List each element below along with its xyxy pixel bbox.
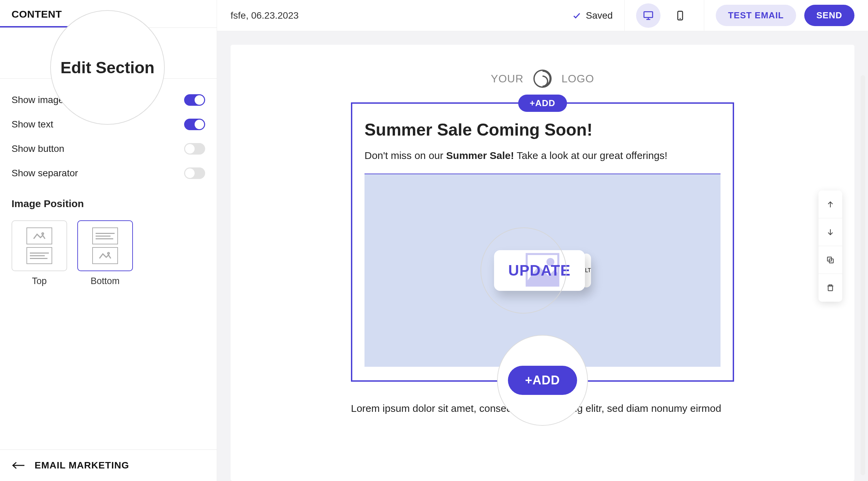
trash-icon [826, 283, 835, 292]
move-section-up-button[interactable] [818, 191, 842, 218]
saved-label: Saved [586, 10, 613, 21]
arrow-down-icon [826, 228, 835, 237]
tab-label: CONTENT [12, 8, 62, 20]
tab-content[interactable]: CONTENT [0, 0, 74, 27]
test-email-button[interactable]: TEST EMAIL [716, 5, 796, 26]
update-highlight [480, 227, 567, 314]
device-mobile-button[interactable] [668, 3, 692, 28]
logo-swirl-icon [532, 68, 553, 89]
logo-text-right: LOGO [561, 73, 594, 85]
body-post: Take a look at our great offerings! [514, 150, 668, 161]
toggle-label-show-separator: Show separator [12, 168, 78, 179]
section-title: Edit Section [60, 58, 154, 77]
toggle-label-show-button: Show button [12, 143, 64, 154]
main: fsfe, 06.23.2023 Saved TEST EMAIL SEND [217, 0, 868, 481]
scrollbar[interactable] [861, 75, 865, 475]
section-body[interactable]: Don't miss on our Summer Sale! Take a lo… [364, 150, 721, 161]
svg-rect-14 [828, 286, 833, 291]
text-lines-icon [92, 227, 118, 244]
email-canvas: YOUR LOGO +ADD Summer Sale Coming Soon! … [231, 45, 854, 481]
image-position-bottom[interactable] [77, 220, 133, 271]
svg-point-1 [108, 253, 110, 254]
save-status: Saved [572, 10, 613, 21]
logo-placeholder[interactable]: YOUR LOGO [231, 68, 854, 89]
topbar: fsfe, 06.23.2023 Saved TEST EMAIL SEND [217, 0, 868, 31]
text-lines-icon [26, 247, 52, 264]
delete-section-button[interactable] [818, 274, 842, 302]
add-section-bottom-highlight: +ADD [497, 335, 588, 426]
send-button[interactable]: SEND [804, 5, 854, 26]
email-section[interactable]: +ADD Summer Sale Coming Soon! Don't miss… [351, 102, 734, 382]
arrow-up-icon [826, 200, 835, 209]
document-name[interactable]: fsfe, 06.23.2023 [231, 10, 564, 21]
logo-text-left: YOUR [491, 73, 524, 85]
svg-point-0 [42, 233, 44, 235]
body-bold: Summer Sale! [446, 150, 514, 161]
toggle-show-text[interactable] [184, 119, 205, 130]
body-pre: Don't miss on our [364, 150, 446, 161]
toggle-label-show-image: Show image [12, 95, 64, 105]
move-section-down-button[interactable] [818, 218, 842, 246]
mobile-icon [674, 10, 686, 21]
image-position-label: Image Position [12, 198, 205, 209]
back-to-email-marketing[interactable]: EMAIL MARKETING [0, 449, 217, 481]
toggle-show-image[interactable] [184, 94, 205, 106]
divider [704, 0, 704, 31]
toggle-show-button[interactable] [184, 143, 205, 155]
device-desktop-button[interactable] [636, 3, 660, 28]
toggle-label-show-text: Show text [12, 119, 53, 130]
image-position-bottom-label: Bottom [91, 276, 120, 286]
duplicate-section-button[interactable] [818, 246, 842, 274]
arrow-left-icon [12, 461, 25, 470]
image-thumb-icon [92, 247, 118, 264]
desktop-icon [643, 10, 654, 21]
edit-section-highlight: Edit Section [50, 10, 165, 125]
svg-rect-3 [644, 12, 653, 17]
image-position-top[interactable] [12, 220, 67, 271]
add-section-bottom-button[interactable]: +ADD [508, 366, 577, 395]
toggle-show-separator[interactable] [184, 167, 205, 179]
add-section-top-button[interactable]: +ADD [518, 95, 567, 112]
divider [624, 0, 625, 31]
image-thumb-icon [26, 227, 52, 244]
section-tools [818, 191, 842, 302]
image-position-top-label: Top [32, 276, 47, 286]
check-icon [572, 11, 581, 20]
footer-label: EMAIL MARKETING [35, 460, 129, 471]
svg-point-8 [534, 70, 551, 87]
section-heading[interactable]: Summer Sale Coming Soon! [364, 120, 721, 140]
sidebar: CONTENT Edit Section Show image Show tex… [0, 0, 217, 481]
copy-icon [826, 256, 835, 264]
